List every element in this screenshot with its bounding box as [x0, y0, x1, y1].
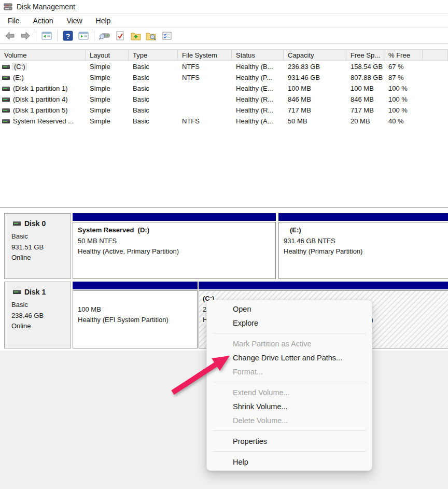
checklist-icon[interactable]: [160, 30, 174, 42]
disk-management-app-icon: [4, 3, 12, 11]
table-row[interactable]: (Disk 1 partition 5) Simple Basic Health…: [0, 105, 448, 116]
volume-icon: [2, 119, 10, 123]
toolbar-separator: [94, 30, 94, 41]
menu-view[interactable]: View: [60, 15, 89, 27]
menu-item-change-drive-letter[interactable]: Change Drive Letter and Paths...: [207, 351, 372, 365]
partition-size: 100 MB: [77, 305, 102, 313]
partition-status: Healthy (Active, Primary Partition): [77, 247, 180, 255]
disk-icon: [13, 221, 21, 226]
table-row[interactable]: System Reserved ... Simple Basic NTFS He…: [0, 116, 448, 127]
menu-separator: [213, 430, 366, 431]
volume-icon: [2, 87, 10, 91]
column-header-status[interactable]: Status: [232, 50, 284, 61]
table-row[interactable]: (Disk 1 partition 4) Simple Basic Health…: [0, 94, 448, 105]
table-row[interactable]: (C:) Simple Basic NTFS Healthy (B... 236…: [0, 61, 448, 72]
volume-name: (Disk 1 partition 5): [13, 106, 67, 114]
volume-name: System Reserved ...: [13, 117, 74, 125]
column-header-type[interactable]: Type: [129, 50, 178, 61]
menu-item-extend-volume: Extend Volume...: [207, 385, 372, 399]
menu-file[interactable]: File: [1, 15, 26, 27]
disk-1-label[interactable]: Disk 1 Basic 238.46 GB Online: [4, 282, 71, 348]
help-icon[interactable]: ?: [61, 30, 75, 42]
back-icon[interactable]: [3, 30, 17, 42]
partition-size: 931.46 GB NTFS: [283, 237, 337, 245]
volume-icon: [2, 108, 10, 113]
menu-item-shrink-volume[interactable]: Shrink Volume...: [207, 399, 372, 413]
disk-0-row: Disk 0 Basic 931.51 GB Online System Res…: [0, 213, 448, 279]
toolbar-separator: [57, 30, 58, 41]
partition-title: System Reserved (D:): [77, 226, 150, 234]
table-row[interactable]: (Disk 1 partition 1) Simple Basic Health…: [0, 83, 448, 94]
menu-item-format: Format...: [207, 365, 372, 379]
partition-efi-system[interactable]: 100 MB Healthy (EFI System Partition): [73, 282, 198, 348]
menu-separator: [213, 382, 366, 382]
column-header-volume[interactable]: Volume: [0, 50, 86, 61]
window-title: Disk Management: [17, 3, 75, 11]
context-menu: Open Explore Mark Partition as Active Ch…: [206, 300, 372, 471]
menu-action[interactable]: Action: [26, 15, 60, 27]
column-header-free-space[interactable]: Free Sp...: [346, 50, 384, 61]
partition-e-drive[interactable]: (E:) 931.46 GB NTFS Healthy (Primary Par…: [278, 213, 448, 279]
partition-color-strip: [73, 213, 276, 221]
disk-size: 931.51 GB: [11, 242, 71, 253]
column-header-pct-free[interactable]: % Free: [384, 50, 423, 61]
action-pane-icon[interactable]: [77, 30, 90, 42]
toolbar-separator: [36, 30, 36, 41]
column-header-layout[interactable]: Layout: [86, 50, 129, 61]
volume-table-header: Volume Layout Type File System Status Ca…: [0, 49, 448, 61]
folder-up-icon[interactable]: [129, 30, 143, 42]
menu-item-help[interactable]: Help: [207, 455, 372, 469]
menu-item-delete-volume: Delete Volume...: [207, 413, 372, 427]
volume-icon: [2, 65, 10, 69]
table-row[interactable]: (E:) Simple Basic NTFS Healthy (P... 931…: [0, 72, 448, 83]
disk-0-label[interactable]: Disk 0 Basic 931.51 GB Online: [4, 213, 71, 279]
disk-size: 238.46 GB: [11, 311, 71, 322]
folder-search-icon[interactable]: [145, 30, 158, 42]
disk-icon: [13, 290, 21, 294]
menu-bar: File Action View Help: [0, 14, 448, 28]
disk-state: Online: [11, 253, 71, 263]
partition-color-strip: [199, 282, 448, 289]
volume-name: (E:): [13, 74, 24, 81]
task-check-icon[interactable]: [114, 30, 127, 42]
menu-item-mark-partition-active: Mark Partition as Active: [207, 337, 372, 351]
disk-name: Disk 0: [24, 219, 46, 228]
title-bar: Disk Management: [0, 0, 448, 14]
partition-status: Healthy (Primary Partition): [283, 247, 363, 255]
partition-title: (E:): [289, 226, 302, 234]
disk-state: Online: [11, 321, 71, 332]
volume-name: (Disk 1 partition 4): [13, 95, 67, 103]
volume-name: (C:): [13, 63, 26, 71]
menu-help[interactable]: Help: [89, 15, 118, 27]
partition-color-strip: [73, 282, 198, 289]
toolbar: ?: [0, 28, 448, 44]
partition-color-strip: [278, 213, 448, 221]
disk-kind: Basic: [11, 231, 71, 242]
partition-size: 50 MB NTFS: [77, 237, 118, 245]
disk-name: Disk 1: [24, 288, 46, 296]
console-tree-icon[interactable]: [40, 30, 53, 42]
volume-icon: [2, 76, 10, 80]
device-search-icon[interactable]: [98, 30, 111, 42]
volume-icon: [2, 97, 10, 102]
column-header-file-system[interactable]: File System: [178, 50, 232, 61]
forward-icon[interactable]: [19, 30, 32, 42]
volume-list-pane: Volume Layout Type File System Status Ca…: [0, 49, 448, 208]
menu-item-open[interactable]: Open: [207, 302, 372, 316]
menu-item-explore[interactable]: Explore: [207, 316, 372, 330]
column-header-extra: [423, 50, 448, 61]
menu-separator: [213, 451, 366, 452]
volume-name: (Disk 1 partition 1): [13, 85, 67, 92]
svg-text:?: ?: [66, 32, 71, 40]
column-header-capacity[interactable]: Capacity: [284, 50, 346, 61]
partition-title: [77, 295, 79, 302]
partition-status: Healthy (EFI System Partition): [77, 316, 170, 324]
menu-separator: [213, 333, 366, 333]
menu-item-properties[interactable]: Properties: [207, 434, 372, 448]
disk-kind: Basic: [11, 300, 71, 311]
partition-system-reserved[interactable]: System Reserved (D:) 50 MB NTFS Healthy …: [73, 213, 276, 279]
